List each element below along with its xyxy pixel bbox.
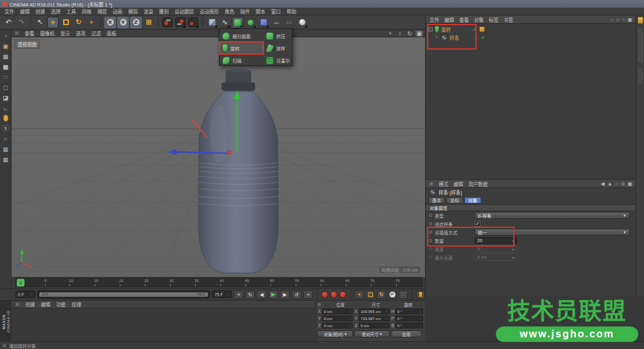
- size-y-field[interactable]: 733.587 cm↕: [359, 316, 390, 321]
- position-z-field[interactable]: 0 cm↕: [322, 323, 353, 328]
- rotate-tool-button[interactable]: ↻: [73, 17, 84, 28]
- coordinate-system-button[interactable]: ⊞: [143, 17, 155, 28]
- menu-item[interactable]: 编辑: [20, 8, 30, 15]
- visibility-dots-icon[interactable]: : :: [465, 27, 471, 32]
- record-keyframe-button[interactable]: [321, 291, 328, 298]
- menu-item[interactable]: 工具: [66, 8, 76, 15]
- history-back-icon[interactable]: ◀: [601, 181, 605, 187]
- menu-item[interactable]: 渲染: [144, 8, 153, 15]
- visibility-dots-icon[interactable]: : :: [473, 35, 479, 40]
- spline-pen-button[interactable]: ∿: [219, 17, 231, 28]
- object-row-lathe[interactable]: − 旋转 : : ✓: [426, 25, 635, 33]
- anim-dot-icon[interactable]: [429, 231, 432, 234]
- previous-frame-button[interactable]: ◀: [257, 290, 267, 299]
- redo-button[interactable]: ↷: [15, 17, 27, 28]
- menu-item-sweep[interactable]: 扫描: [220, 54, 263, 66]
- render-view-button[interactable]: [162, 17, 173, 28]
- menu-item[interactable]: 运动跟踪: [175, 8, 194, 15]
- model-mode-button[interactable]: ▣: [1, 41, 10, 51]
- home-icon[interactable]: ⌂: [616, 17, 620, 23]
- goto-end-button[interactable]: »: [303, 290, 313, 299]
- spinner-icon[interactable]: ↕: [227, 292, 229, 296]
- number-field[interactable]: 20▸: [475, 237, 517, 244]
- attr-menu-item[interactable]: 模式: [439, 180, 448, 187]
- y-axis-lock-button[interactable]: Y: [117, 17, 129, 28]
- object-name[interactable]: 旋转: [441, 26, 463, 33]
- menu-item-bezier[interactable]: 贝塞尔: [263, 54, 292, 66]
- keyframe-presets-button[interactable]: [416, 290, 425, 299]
- generators-button[interactable]: [232, 17, 243, 28]
- enable-snap-button[interactable]: ∩: [1, 134, 10, 144]
- record-scale-toggle[interactable]: [366, 290, 375, 299]
- rotation-b-field[interactable]: 0 °↕: [395, 323, 423, 328]
- spinner-icon[interactable]: ↕: [31, 292, 33, 296]
- object-origin-handle[interactable]: [227, 151, 231, 155]
- menu-item[interactable]: 创建: [35, 8, 45, 15]
- last-tool-button[interactable]: +: [86, 17, 97, 28]
- viewport-menu-item[interactable]: 显示: [61, 30, 70, 37]
- layer-browser-icon[interactable]: [638, 17, 643, 24]
- deformers-button[interactable]: [258, 17, 269, 28]
- om-menu-item[interactable]: 文件: [430, 16, 439, 23]
- goto-start-button[interactable]: «: [234, 290, 243, 299]
- workplane-lock-button[interactable]: ▦: [1, 144, 10, 154]
- panel-icon[interactable]: ▣: [627, 181, 632, 187]
- next-frame-button[interactable]: ▶: [280, 290, 290, 299]
- om-menu-item[interactable]: 标签: [489, 16, 498, 23]
- menu-item[interactable]: 角色: [225, 8, 234, 15]
- om-menu-item[interactable]: 对象: [474, 16, 484, 23]
- record-pla-toggle[interactable]: ∷: [399, 290, 408, 299]
- menu-item[interactable]: 动画: [113, 8, 122, 15]
- attr-menu-item[interactable]: 编辑: [453, 180, 463, 187]
- light-button[interactable]: [296, 17, 308, 28]
- viewport-menu-item[interactable]: 过滤: [91, 30, 101, 37]
- search-icon[interactable]: ○: [615, 181, 618, 187]
- menu-item[interactable]: 模拟: [128, 8, 138, 15]
- om-menu-item[interactable]: 查看: [459, 16, 469, 23]
- edges-mode-button[interactable]: ◻: [1, 82, 10, 92]
- tab-object[interactable]: 对象: [464, 197, 481, 203]
- points-mode-button[interactable]: ∷: [1, 72, 10, 82]
- viewport-panel-icon[interactable]: ⊞: [15, 30, 19, 36]
- play-mode-button[interactable]: ↺: [292, 290, 301, 299]
- end-frame-field[interactable]: 75 F ↕: [212, 290, 232, 298]
- current-frame-field[interactable]: 0 F ↕: [15, 290, 35, 298]
- viewport[interactable]: ⊞ 查看 摄像机 显示 选项 过滤 面板 + ↕ ↻ ▣ 透视视图: [12, 30, 425, 277]
- record-rotation-toggle[interactable]: ↻: [377, 290, 386, 299]
- texture-mode-button[interactable]: ▩: [1, 52, 10, 61]
- enable-axis-button[interactable]: ∟: [1, 103, 10, 113]
- menu-item-lathe[interactable]: 旋转: [220, 42, 263, 54]
- collapse-icon[interactable]: −: [428, 27, 433, 32]
- viewport-menu-item[interactable]: 面板: [107, 30, 117, 37]
- viewport-canvas[interactable]: [12, 37, 425, 277]
- tweak-mode-button[interactable]: [1, 113, 10, 123]
- loop-button[interactable]: ↻: [245, 290, 255, 299]
- menu-item[interactable]: 文件: [5, 8, 14, 15]
- x-axis-lock-button[interactable]: X: [104, 17, 116, 28]
- play-button[interactable]: ▶: [269, 290, 278, 299]
- rotate-view-icon[interactable]: ↻: [406, 30, 413, 37]
- enabled-check-icon[interactable]: ✓: [473, 26, 477, 32]
- mograph-button[interactable]: [245, 17, 256, 28]
- stepper-icon[interactable]: ▸: [513, 238, 515, 243]
- object-row-spline[interactable]: └ ∿ 样条 : : ✓: [426, 33, 635, 42]
- search-icon[interactable]: ○: [611, 17, 614, 23]
- enabled-check-icon[interactable]: ✓: [481, 35, 486, 41]
- menu-item-extrude[interactable]: 挤压: [263, 30, 292, 42]
- record-position-toggle[interactable]: +: [355, 290, 364, 299]
- render-picture-viewer-button[interactable]: [175, 17, 186, 28]
- undo-button[interactable]: ↶: [3, 17, 14, 28]
- record-parameter-toggle[interactable]: P: [388, 290, 397, 299]
- material-menu-item[interactable]: 纹理: [71, 301, 81, 308]
- menu-item[interactable]: 插件: [240, 8, 250, 15]
- anim-dot-icon[interactable]: [429, 239, 432, 242]
- close-spline-checkbox[interactable]: ✓: [475, 221, 480, 227]
- object-tag-icon[interactable]: [479, 26, 485, 32]
- menu-item-subdivision-surface[interactable]: 细分曲面: [220, 30, 263, 42]
- interpolation-dropdown[interactable]: 统一▼: [475, 229, 630, 236]
- coord-panel-icon[interactable]: ⊞: [317, 302, 323, 307]
- material-menu-item[interactable]: 创建: [25, 301, 35, 308]
- panel-icon[interactable]: ▣: [627, 17, 632, 23]
- toggle-view-icon[interactable]: ▣: [415, 30, 423, 37]
- size-mode-dropdown[interactable]: 绝对尺寸▾: [354, 330, 390, 337]
